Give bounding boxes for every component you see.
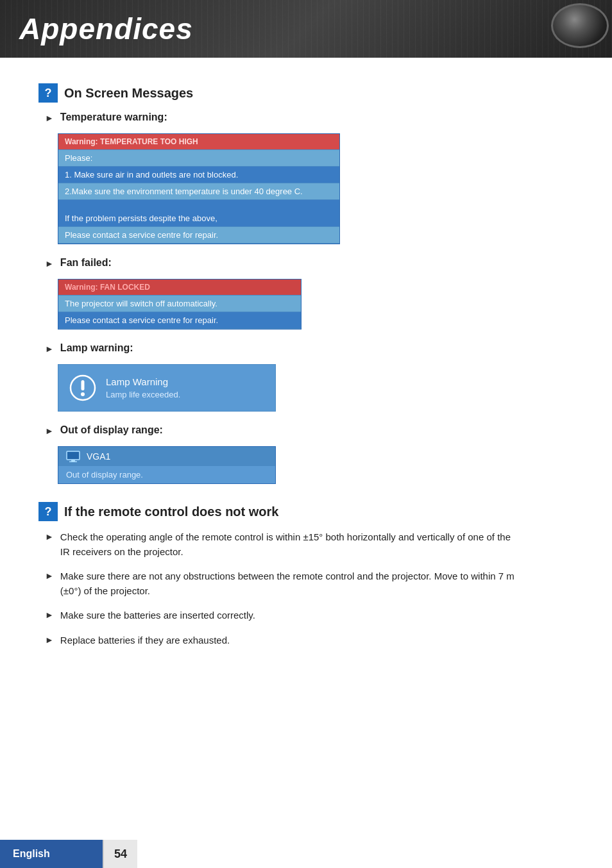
section2-header: ? If the remote control does not work [38, 502, 574, 521]
fan-failed-item: ► Fan failed: [45, 257, 574, 269]
oor-item: ► Out of display range: [45, 424, 574, 436]
lamp-dialog: Lamp Warning Lamp life exceeded. [58, 364, 276, 412]
temperature-dialog: Warning: TEMPERATURE TOO HIGH Please: 1.… [58, 133, 340, 244]
monitor-icon [66, 451, 80, 462]
svg-point-2 [81, 392, 85, 396]
temperature-warning-label: Temperature warning: [60, 112, 167, 123]
remote-bullet-3: ► Replace batteries if they are exhauste… [45, 633, 574, 648]
oor-label: Out of display range: [60, 424, 163, 436]
svg-rect-1 [81, 380, 85, 390]
temp-spacer [58, 200, 339, 210]
remote-bullets-list: ► Check the operating angle of the remot… [38, 530, 574, 647]
lamp-warning-label: Lamp warning: [60, 342, 133, 354]
page-footer: English 54 [0, 840, 612, 868]
fan-row1: The projector will switch off automatica… [58, 296, 301, 312]
section2-icon: ? [38, 502, 58, 521]
bullet-arrow-fan: ► [45, 258, 54, 269]
main-content: ? On Screen Messages ► Temperature warni… [0, 58, 612, 696]
oor-body: Out of display range. [58, 466, 275, 483]
remote-text-3: Replace batteries if they are exhausted. [60, 633, 230, 648]
remote-bullet-0: ► Check the operating angle of the remot… [45, 530, 574, 559]
section1-title: On Screen Messages [64, 86, 193, 101]
temp-row1: Please: [58, 150, 339, 167]
temp-row4: If the problem persists despite the abov… [58, 210, 339, 227]
remote-arrow-1: ► [45, 571, 54, 581]
lamp-warning-item: ► Lamp warning: [45, 342, 574, 354]
svg-rect-6 [67, 452, 79, 459]
page-number: 54 [114, 847, 127, 861]
page-header: Appendices [0, 0, 612, 58]
bullet-arrow-oor: ► [45, 426, 54, 436]
remote-bullet-2: ► Make sure the batteries are inserted c… [45, 608, 574, 623]
remote-bullet-1: ► Make sure there are not any obstructio… [45, 569, 574, 598]
lamp-text-block: Lamp Warning Lamp life exceeded. [106, 376, 180, 399]
remote-arrow-2: ► [45, 610, 54, 620]
remote-text-0: Check the operating angle of the remote … [60, 530, 522, 559]
lamp-title: Lamp Warning [106, 376, 180, 387]
bullet-arrow-temp: ► [45, 113, 54, 123]
fan-header-row: Warning: FAN LOCKED [58, 280, 301, 296]
section1-header: ? On Screen Messages [38, 83, 574, 103]
remote-arrow-3: ► [45, 635, 54, 645]
remote-text-1: Make sure there are not any obstructions… [60, 569, 522, 598]
lamp-icon [69, 374, 97, 402]
bullet-arrow-lamp: ► [45, 344, 54, 354]
svg-rect-5 [69, 462, 77, 463]
section2-title: If the remote control does not work [64, 505, 278, 519]
oor-header-row: VGA1 [58, 447, 275, 466]
section1-icon: ? [38, 83, 58, 103]
lens-decoration [535, 0, 612, 51]
footer-page-number: 54 [103, 840, 137, 868]
temp-header-row: Warning: TEMPERATURE TOO HIGH [58, 134, 339, 150]
temp-row2: 1. Make sure air in and outlets are not … [58, 167, 339, 183]
page-title: Appendices [19, 12, 193, 46]
footer-language: English [0, 840, 103, 868]
language-label: English [13, 848, 50, 860]
fan-failed-label: Fan failed: [60, 257, 112, 269]
temperature-warning-item: ► Temperature warning: [45, 112, 574, 123]
oor-dialog: VGA1 Out of display range. [58, 446, 276, 484]
fan-row2: Please contact a service centre for repa… [58, 312, 301, 329]
lamp-subtitle: Lamp life exceeded. [106, 390, 180, 399]
temp-row5: Please contact a service centre for repa… [58, 227, 339, 244]
temp-row3: 2.Make sure the environment temperature … [58, 183, 339, 200]
remote-arrow-0: ► [45, 531, 54, 542]
oor-monitor-label: VGA1 [87, 451, 110, 462]
remote-text-2: Make sure the batteries are inserted cor… [60, 608, 255, 623]
fan-dialog: Warning: FAN LOCKED The projector will s… [58, 279, 302, 330]
remote-section: ? If the remote control does not work ► … [38, 502, 574, 647]
